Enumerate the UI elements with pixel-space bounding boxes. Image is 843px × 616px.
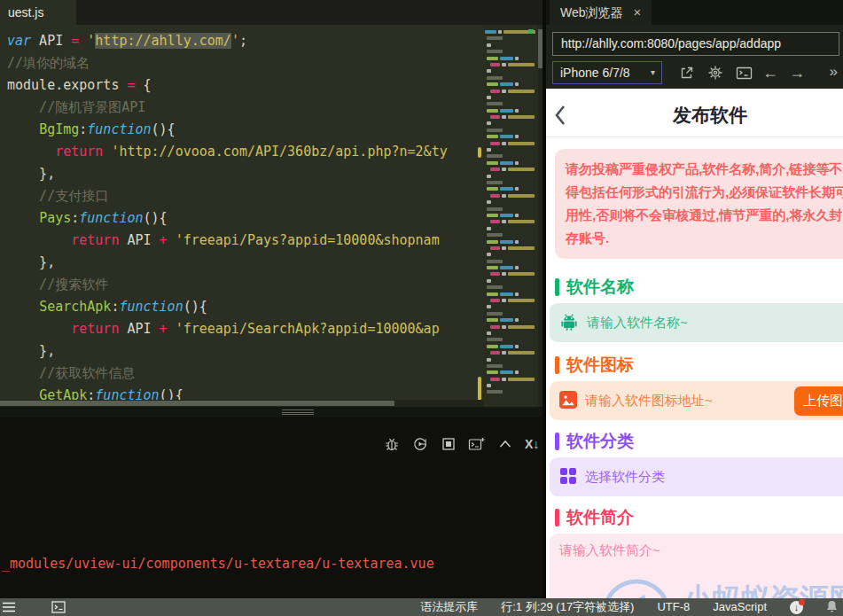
web-preview: 发布软件 请勿投稿严重侵权产品,软件名称,简介,链接等不得包括任何形式的引流行为… bbox=[546, 89, 843, 598]
bell-icon[interactable] bbox=[826, 600, 838, 615]
console-line: _modules/uview-ui/components/u-textarea/… bbox=[2, 554, 434, 574]
close-icon[interactable]: × bbox=[634, 0, 642, 25]
editor-console-splitter[interactable] bbox=[0, 407, 542, 417]
scrollbar-selection-tick bbox=[528, 29, 534, 34]
image-icon bbox=[559, 391, 577, 411]
app-page: 请勿投稿严重侵权产品,软件名称,简介,链接等不得包括任何形式的引流行为,必须保证… bbox=[546, 138, 843, 598]
url-input[interactable]: http://ahlly.com:8080/pages/app/addapp bbox=[552, 32, 839, 56]
upload-image-button[interactable]: 上传图片 bbox=[794, 386, 843, 416]
collapse-panel-icon[interactable] bbox=[496, 435, 513, 452]
grid-icon bbox=[559, 467, 577, 487]
chevron-down-icon: ▾ bbox=[651, 62, 655, 83]
browser-toolbar: http://ahlly.com:8080/pages/app/addapp i… bbox=[546, 25, 843, 89]
statusbar-right: 语法提示库 行:1 列:29 (17字符被选择) UTF-8 JavaScrip… bbox=[420, 598, 838, 616]
console-icon[interactable] bbox=[735, 64, 753, 82]
section-bar bbox=[555, 509, 559, 526]
editor-horizontal-scrollbar-thumb[interactable] bbox=[0, 401, 394, 406]
tab-request-js-label: uest.js bbox=[8, 5, 43, 19]
editor-horizontal-scrollbar[interactable] bbox=[0, 400, 483, 407]
restart-icon[interactable] bbox=[411, 435, 428, 452]
hbuilderx-window: uest.js Web浏览器 × var API = 'http://ahlly… bbox=[0, 0, 843, 616]
editor-tabbar: uest.js bbox=[0, 0, 542, 25]
forward-arrow-icon[interactable]: → bbox=[788, 64, 806, 82]
menu-icon[interactable] bbox=[3, 602, 15, 615]
page-title: 发布软件 bbox=[546, 103, 843, 128]
splitter-grip[interactable] bbox=[282, 409, 314, 415]
more-tools-icon[interactable]: » bbox=[830, 63, 838, 81]
section-title-icon: 软件图标 bbox=[555, 354, 634, 377]
tab-web-browser-label: Web浏览器 bbox=[560, 0, 623, 25]
app-category-select[interactable]: 选择软件分类 bbox=[550, 457, 843, 496]
section-title-category: 软件分类 bbox=[555, 430, 634, 453]
minimap-warning-marker bbox=[478, 147, 481, 158]
syntax-library-status[interactable]: 语法提示库 bbox=[420, 598, 478, 616]
language-status[interactable]: JavaScript bbox=[713, 598, 767, 616]
section-title-intro: 软件简介 bbox=[555, 506, 634, 529]
app-name-input[interactable]: 请输入软件名称~ bbox=[550, 303, 843, 342]
open-external-icon[interactable] bbox=[677, 64, 695, 82]
section-title-name: 软件名称 bbox=[555, 276, 634, 299]
stop-icon[interactable] bbox=[440, 435, 457, 452]
gear-icon[interactable] bbox=[706, 64, 724, 82]
device-select-value: iPhone 6/7/8 bbox=[560, 66, 630, 80]
back-arrow-icon[interactable]: ← bbox=[761, 64, 779, 82]
app-navbar: 发布软件 bbox=[546, 91, 843, 137]
tab-request-js[interactable]: uest.js bbox=[0, 0, 76, 25]
encoding-status[interactable]: UTF-8 bbox=[657, 598, 690, 616]
app-category-placeholder: 选择软件分类 bbox=[585, 469, 665, 486]
update-notification-icon[interactable]: ↓ bbox=[790, 601, 803, 614]
app-icon-placeholder: 请输入软件图标地址~ bbox=[585, 393, 713, 409]
section-bar bbox=[555, 356, 559, 374]
console-panel: X↓ _modules/uview-ui/components/u-textar… bbox=[0, 417, 542, 598]
cursor-position-status[interactable]: 行:1 列:29 (17字符被选择) bbox=[501, 598, 634, 616]
device-row: iPhone 6/7/8 ▾ ← → » bbox=[552, 61, 839, 85]
android-icon bbox=[559, 312, 579, 334]
terminal-icon[interactable] bbox=[51, 601, 66, 616]
code-area[interactable]: var API = 'http://ahlly.com/';//填你的域名mod… bbox=[0, 25, 483, 400]
device-select[interactable]: iPhone 6/7/8 ▾ bbox=[552, 61, 662, 84]
new-terminal-icon[interactable] bbox=[468, 435, 485, 452]
app-intro-textarea[interactable]: 请输入软件简介~ bbox=[550, 534, 843, 598]
app-name-placeholder: 请输入软件名称~ bbox=[587, 315, 688, 331]
notice-banner: 请勿投稿严重侵权产品,软件名称,简介,链接等不得包括任何形式的引流行为,必须保证… bbox=[555, 149, 843, 259]
app-intro-placeholder: 请输入软件简介~ bbox=[559, 542, 660, 559]
browser-tabbar: Web浏览器 × bbox=[546, 0, 843, 25]
section-bar bbox=[555, 278, 559, 296]
clear-console-icon[interactable]: X↓ bbox=[525, 437, 539, 451]
console-toolbar: X↓ bbox=[383, 435, 539, 452]
tab-web-browser[interactable]: Web浏览器 × bbox=[550, 0, 652, 25]
statusbar: 语法提示库 行:1 列:29 (17字符被选择) UTF-8 JavaScrip… bbox=[0, 598, 843, 616]
minimap[interactable] bbox=[483, 25, 538, 407]
section-bar bbox=[555, 433, 559, 450]
code-editor[interactable]: var API = 'http://ahlly.com/';//填你的域名mod… bbox=[0, 25, 542, 407]
debug-bug-icon[interactable] bbox=[383, 435, 400, 452]
